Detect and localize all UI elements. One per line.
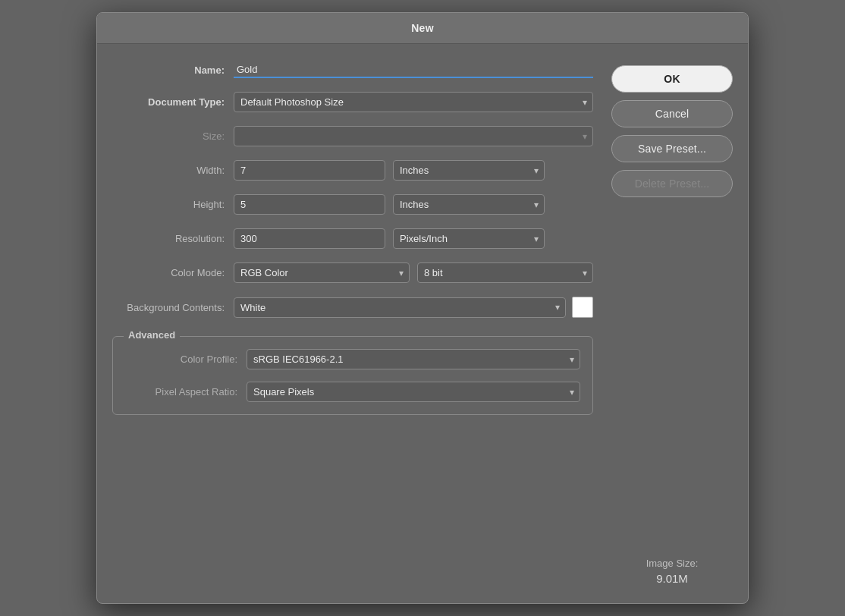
- document-type-select-wrapper: Default Photoshop Size U.S. Paper Intern…: [234, 92, 593, 112]
- title-text: New: [411, 22, 434, 34]
- resolution-unit-select[interactable]: Pixels/Inch Pixels/Centimeter: [393, 228, 545, 249]
- color-profile-select-wrapper: sRGB IEC61966-2.1 Adobe RGB (1998) ProPh…: [247, 349, 580, 369]
- background-row: Background Contents: White Background Co…: [112, 297, 593, 318]
- size-label: Size:: [112, 130, 234, 142]
- color-profile-select[interactable]: sRGB IEC61966-2.1 Adobe RGB (1998) ProPh…: [247, 349, 580, 369]
- resolution-input[interactable]: [234, 228, 385, 249]
- color-mode-label: Color Mode:: [112, 267, 234, 278]
- background-select-wrapper: White Background Color Transparent: [234, 297, 566, 318]
- pixel-aspect-row: Pixel Aspect Ratio: Square Pixels D1/DV …: [125, 382, 580, 402]
- width-label: Width:: [112, 165, 234, 176]
- image-size-label: Image Size:: [611, 558, 733, 569]
- background-color-swatch[interactable]: [572, 297, 593, 318]
- height-unit-wrapper: Pixels Inches Centimeters Millimeters Po…: [393, 194, 545, 215]
- width-unit-select[interactable]: Pixels Inches Centimeters Millimeters Po…: [393, 160, 545, 181]
- dialog-title: New: [97, 13, 748, 44]
- new-document-dialog: New Name: Document Type: Default Photosh…: [96, 12, 749, 604]
- bit-depth-select-wrapper: 8 bit 16 bit 32 bit: [417, 262, 593, 283]
- color-profile-row: Color Profile: sRGB IEC61966-2.1 Adobe R…: [125, 349, 580, 369]
- save-preset-button[interactable]: Save Preset...: [611, 135, 733, 162]
- width-row: Width: Pixels Inches Centimeters Millime…: [112, 160, 593, 181]
- document-type-select[interactable]: Default Photoshop Size U.S. Paper Intern…: [234, 92, 593, 112]
- cancel-button[interactable]: Cancel: [611, 100, 733, 127]
- width-inputs: Pixels Inches Centimeters Millimeters Po…: [234, 160, 593, 181]
- color-mode-row: Color Mode: Bitmap Grayscale RGB Color C…: [112, 262, 593, 283]
- resolution-row: Resolution: Pixels/Inch Pixels/Centimete…: [112, 228, 593, 249]
- height-inputs: Pixels Inches Centimeters Millimeters Po…: [234, 194, 593, 215]
- height-unit-select[interactable]: Pixels Inches Centimeters Millimeters Po…: [393, 194, 545, 215]
- image-size-area: Image Size: 9.01M: [611, 542, 733, 585]
- document-type-label: Document Type:: [112, 96, 234, 108]
- resolution-label: Resolution:: [112, 233, 234, 244]
- name-label: Name:: [112, 64, 234, 76]
- size-select[interactable]: [234, 126, 593, 146]
- resolution-unit-wrapper: Pixels/Inch Pixels/Centimeter: [393, 228, 545, 249]
- advanced-section: Advanced Color Profile: sRGB IEC61966-2.…: [112, 336, 593, 415]
- height-label: Height:: [112, 199, 234, 210]
- delete-preset-button[interactable]: Delete Preset...: [611, 170, 733, 197]
- width-input[interactable]: [234, 160, 385, 181]
- background-inputs: White Background Color Transparent: [234, 297, 593, 318]
- color-mode-inputs: Bitmap Grayscale RGB Color CMYK Color La…: [234, 262, 593, 283]
- width-unit-wrapper: Pixels Inches Centimeters Millimeters Po…: [393, 160, 545, 181]
- image-size-value: 9.01M: [611, 572, 733, 585]
- name-row: Name:: [112, 62, 593, 78]
- ok-button[interactable]: OK: [611, 65, 733, 93]
- advanced-legend: Advanced: [124, 329, 180, 341]
- color-profile-label: Color Profile:: [125, 354, 247, 365]
- height-row: Height: Pixels Inches Centimeters Millim…: [112, 194, 593, 215]
- size-select-wrapper: [234, 126, 593, 146]
- form-area: Name: Document Type: Default Photoshop S…: [112, 62, 593, 585]
- pixel-aspect-select[interactable]: Square Pixels D1/DV NTSC (0.91) D1/DV PA…: [247, 382, 580, 402]
- resolution-inputs: Pixels/Inch Pixels/Centimeter: [234, 228, 593, 249]
- buttons-area: OK Cancel Save Preset... Delete Preset..…: [611, 62, 733, 585]
- height-input[interactable]: [234, 194, 385, 215]
- pixel-aspect-label: Pixel Aspect Ratio:: [125, 386, 247, 398]
- name-input[interactable]: [234, 62, 593, 78]
- color-mode-select[interactable]: Bitmap Grayscale RGB Color CMYK Color La…: [234, 262, 410, 283]
- document-type-row: Document Type: Default Photoshop Size U.…: [112, 92, 593, 112]
- size-row: Size:: [112, 126, 593, 146]
- pixel-aspect-select-wrapper: Square Pixels D1/DV NTSC (0.91) D1/DV PA…: [247, 382, 580, 402]
- background-select[interactable]: White Background Color Transparent: [234, 297, 566, 318]
- bit-depth-select[interactable]: 8 bit 16 bit 32 bit: [417, 262, 593, 283]
- background-label: Background Contents:: [112, 302, 234, 313]
- color-mode-select-wrapper: Bitmap Grayscale RGB Color CMYK Color La…: [234, 262, 410, 283]
